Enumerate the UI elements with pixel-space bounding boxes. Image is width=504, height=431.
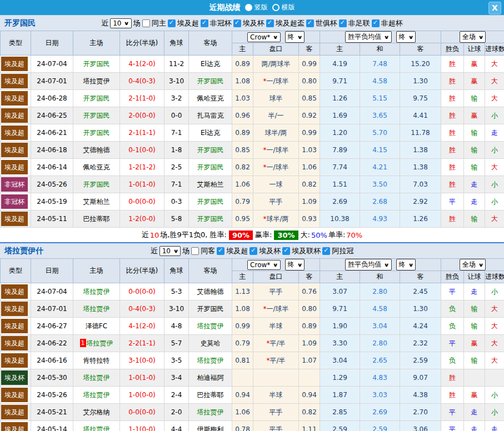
match-score: 2-1(1-0) [120,90,164,107]
handicap-odds-away: 0.93 [299,211,320,228]
subcol-avg-draw: 和 [360,43,400,56]
home-team: 开罗国民 [73,90,120,107]
odds-company-select[interactable]: Crow*∨ [247,260,281,270]
league-checkbox-4[interactable] [306,19,314,27]
match-type-badge: 埃及超 [1,143,28,157]
match-date: 24-05-30 [31,369,73,387]
away-team: 艾德翰德 [189,283,232,300]
scope-select[interactable]: 全场∨ [460,31,486,43]
match-type-badge: 埃及超 [1,388,28,402]
league-checkbox-1[interactable] [249,247,257,255]
match-type: 埃及超 [1,107,31,124]
radio-horizontal-label[interactable]: 横版 [282,3,295,12]
same-venue-checkbox[interactable] [191,247,199,255]
matches-table-2: 类型 日期 主场 比分(半场) 角球 客场 Crow*∨ 终∨ 胜平负均值∨ 终… [0,258,504,431]
match-type-badge: 非冠杯 [1,194,28,209]
handicap-odds-home: 1.06 [232,176,253,193]
match-count-select[interactable]: 10∨ [159,246,181,256]
league-checkbox-0[interactable] [217,247,224,255]
match-count-select[interactable]: 10∨ [110,18,132,28]
league-checkbox-1[interactable] [201,19,208,27]
col-date: 日期 [31,31,73,56]
handicap-line: 平手 [253,193,299,211]
radio-vertical-label[interactable]: 竖版 [255,3,268,12]
match-row: 埃及超24-06-14佩哈亚克1-2(1-2)2-5开罗国民0.82*一/球半1… [1,159,504,176]
avg-odds-home: 1.51 [320,176,360,193]
league-checkbox-5[interactable] [339,19,347,27]
home-team-name: 开罗国民 [83,129,110,137]
league-label-3: 阿拉冠 [332,246,353,256]
league-label-0: 埃及超 [177,18,199,28]
handicap-line: 半/一 [253,107,299,124]
result-goals: 大 [485,159,504,176]
league-checkbox-2[interactable] [282,247,290,255]
league-label-3: 埃及超盃 [276,18,305,28]
avg-odds-select[interactable]: 胜平负均值∨ [345,31,391,43]
result-goals: 小 [485,404,504,421]
league-checkbox-3[interactable] [266,19,274,27]
avg-state-select[interactable]: 终∨ [396,31,416,43]
odds-state-select[interactable]: 终∨ [285,31,305,43]
match-date: 24-06-16 [31,352,73,369]
summary-text: 大: [301,230,310,240]
avg-odds-away: 2.70 [400,404,441,421]
match-type-badge: 非冠杯 [1,177,28,192]
avg-odds-away: 7.03 [400,176,441,193]
summary-text: 赢率: [255,230,272,240]
result-wdl: 胜 [441,142,464,159]
avg-odds-home: 9.71 [320,300,360,318]
handicap-odds-home: 0.89 [232,124,253,142]
odds-company-select[interactable]: Crow*∨ [247,32,281,42]
handicap-line: 两/两球半 [253,56,299,73]
avg-odds-away: 1.30 [400,300,441,318]
subcol-avg-home: 主 [320,43,360,56]
result-handicap: 输 [464,211,485,228]
star-mark: * [263,146,266,154]
match-score: 1-2(1-2) [120,159,164,176]
chevron-down-icon: ∨ [173,248,179,254]
scope-select[interactable]: 全场∨ [460,259,486,270]
avg-odds-home: 7.89 [320,142,360,159]
away-team: 开罗国民 [189,211,232,228]
league-checkbox-2[interactable] [233,19,241,27]
star-mark: * [263,305,266,313]
avg-state-select[interactable]: 终∨ [396,259,416,270]
avg-odds-home: 2.85 [320,404,360,421]
result-goals: 大 [485,352,504,369]
radio-selected-icon[interactable] [245,4,252,11]
home-team-name: 塔拉贾伊 [83,288,110,295]
home-team: 开罗国民 [73,176,120,193]
same-venue-checkbox[interactable] [142,19,150,27]
handicap-odds-home: 0.95 [232,211,253,228]
result-handicap: 赢 [464,73,485,90]
radio-unselected-icon[interactable] [272,4,280,11]
league-checkbox-3[interactable] [322,247,330,255]
subcol-odds-home: 主 [232,43,253,56]
league-checkbox-6[interactable] [372,19,380,27]
corner-score: 2-5 [164,159,189,176]
close-icon[interactable]: X [488,2,501,14]
away-team: 佩哈亚克 [189,90,232,107]
col-away: 客场 [189,259,232,283]
league-checkbox-0[interactable] [168,19,176,27]
chevron-down-icon: ∨ [478,262,483,268]
layout-radio-horizontal[interactable]: 横版 [272,3,295,12]
match-score: 1-0(1-0) [120,176,164,193]
corner-score: 11-2 [164,56,189,73]
chevron-down-icon: ∨ [124,21,129,26]
odds-state-select[interactable]: 终∨ [285,259,305,270]
corner-score: 2-0 [164,404,189,421]
match-type: 埃及超 [1,159,31,176]
handicap-odds-home: 0.79 [232,193,253,211]
away-team-name: 扎马雷克 [197,112,224,119]
handicap-odds-away: 1.09 [299,335,320,352]
section1-summary: 近10场,胜9平1负0, 胜率:90%赢率:30%大:50%单率:70% [0,228,504,242]
layout-radio-vertical[interactable]: 竖版 [245,3,268,12]
avg-odds-draw: 5.70 [360,124,400,142]
col-type: 类型 [1,259,31,283]
corner-score: 3-5 [164,352,189,369]
home-team-name: 开罗国民 [83,112,110,119]
corner-score: 7-1 [164,176,189,193]
avg-odds-away: 11.78 [400,124,441,142]
avg-odds-select[interactable]: 胜平负均值∨ [345,259,391,270]
